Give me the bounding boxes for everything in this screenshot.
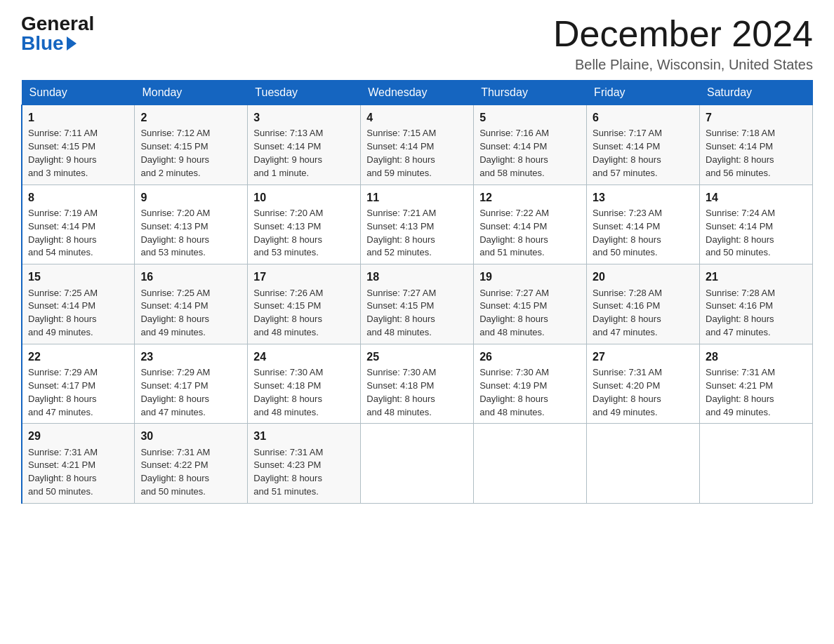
day-info: Sunrise: 7:11 AMSunset: 4:15 PMDaylight:… (28, 128, 98, 178)
calendar-cell: 16Sunrise: 7:25 AMSunset: 4:14 PMDayligh… (135, 264, 248, 344)
day-number: 25 (366, 349, 468, 365)
logo: General Blue (21, 14, 94, 53)
calendar-cell: 9Sunrise: 7:20 AMSunset: 4:13 PMDaylight… (135, 185, 248, 264)
calendar-table: SundayMondayTuesdayWednesdayThursdayFrid… (21, 80, 813, 504)
column-header-tuesday: Tuesday (248, 81, 361, 105)
column-header-wednesday: Wednesday (361, 81, 474, 105)
day-number: 6 (593, 109, 694, 126)
page-header: General Blue December 2024 Belle Plaine,… (21, 14, 813, 73)
day-info: Sunrise: 7:22 AMSunset: 4:14 PMDaylight:… (479, 208, 549, 258)
calendar-cell: 28Sunrise: 7:31 AMSunset: 4:21 PMDayligh… (700, 344, 813, 424)
day-info: Sunrise: 7:18 AMSunset: 4:14 PMDaylight:… (706, 128, 775, 178)
calendar-cell: 6Sunrise: 7:17 AMSunset: 4:14 PMDaylight… (587, 105, 700, 185)
day-info: Sunrise: 7:30 AMSunset: 4:19 PMDaylight:… (479, 367, 549, 417)
calendar-cell (700, 424, 813, 504)
day-info: Sunrise: 7:28 AMSunset: 4:16 PMDaylight:… (593, 288, 662, 338)
day-info: Sunrise: 7:31 AMSunset: 4:21 PMDaylight:… (28, 447, 98, 497)
calendar-cell: 15Sunrise: 7:25 AMSunset: 4:14 PMDayligh… (22, 264, 135, 344)
day-number: 14 (706, 189, 807, 206)
day-info: Sunrise: 7:21 AMSunset: 4:13 PMDaylight:… (366, 208, 436, 258)
day-info: Sunrise: 7:15 AMSunset: 4:14 PMDaylight:… (366, 128, 436, 178)
day-info: Sunrise: 7:31 AMSunset: 4:23 PMDaylight:… (253, 447, 323, 497)
day-info: Sunrise: 7:20 AMSunset: 4:13 PMDaylight:… (140, 208, 210, 258)
day-info: Sunrise: 7:31 AMSunset: 4:20 PMDaylight:… (593, 367, 662, 417)
day-number: 13 (593, 189, 694, 206)
day-number: 12 (479, 189, 581, 206)
day-info: Sunrise: 7:24 AMSunset: 4:14 PMDaylight:… (706, 208, 775, 258)
day-info: Sunrise: 7:16 AMSunset: 4:14 PMDaylight:… (479, 128, 549, 178)
calendar-cell: 11Sunrise: 7:21 AMSunset: 4:13 PMDayligh… (361, 185, 474, 264)
day-info: Sunrise: 7:31 AMSunset: 4:22 PMDaylight:… (140, 447, 210, 497)
day-number: 18 (366, 269, 468, 285)
calendar-cell: 24Sunrise: 7:30 AMSunset: 4:18 PMDayligh… (248, 344, 361, 424)
day-number: 10 (253, 189, 355, 206)
day-number: 20 (593, 269, 694, 285)
calendar-cell: 10Sunrise: 7:20 AMSunset: 4:13 PMDayligh… (248, 185, 361, 264)
calendar-cell (361, 424, 474, 504)
calendar-cell: 13Sunrise: 7:23 AMSunset: 4:14 PMDayligh… (587, 185, 700, 264)
day-info: Sunrise: 7:25 AMSunset: 4:14 PMDaylight:… (28, 288, 98, 338)
calendar-cell: 4Sunrise: 7:15 AMSunset: 4:14 PMDaylight… (361, 105, 474, 185)
day-info: Sunrise: 7:26 AMSunset: 4:15 PMDaylight:… (253, 288, 323, 338)
calendar-cell: 20Sunrise: 7:28 AMSunset: 4:16 PMDayligh… (587, 264, 700, 344)
calendar-cell: 21Sunrise: 7:28 AMSunset: 4:16 PMDayligh… (700, 264, 813, 344)
logo-triangle-icon (67, 36, 77, 51)
column-header-monday: Monday (135, 81, 248, 105)
location-subtitle: Belle Plaine, Wisconsin, United States (553, 57, 813, 73)
calendar-cell: 25Sunrise: 7:30 AMSunset: 4:18 PMDayligh… (361, 344, 474, 424)
day-info: Sunrise: 7:27 AMSunset: 4:15 PMDaylight:… (366, 288, 436, 338)
calendar-cell (587, 424, 700, 504)
day-info: Sunrise: 7:29 AMSunset: 4:17 PMDaylight:… (140, 367, 210, 417)
calendar-cell: 5Sunrise: 7:16 AMSunset: 4:14 PMDaylight… (474, 105, 587, 185)
calendar-cell: 2Sunrise: 7:12 AMSunset: 4:15 PMDaylight… (135, 105, 248, 185)
day-number: 9 (140, 189, 241, 206)
column-header-saturday: Saturday (700, 81, 813, 105)
column-header-sunday: Sunday (22, 81, 135, 105)
day-number: 5 (479, 109, 581, 126)
day-number: 22 (28, 349, 128, 365)
day-number: 30 (140, 428, 241, 444)
calendar-cell: 31Sunrise: 7:31 AMSunset: 4:23 PMDayligh… (248, 424, 361, 504)
logo-blue-text: Blue (21, 34, 64, 53)
day-number: 1 (28, 109, 128, 126)
day-number: 28 (706, 349, 807, 365)
day-number: 15 (28, 269, 128, 285)
calendar-cell: 3Sunrise: 7:13 AMSunset: 4:14 PMDaylight… (248, 105, 361, 185)
day-info: Sunrise: 7:30 AMSunset: 4:18 PMDaylight:… (253, 367, 323, 417)
calendar-week-row: 15Sunrise: 7:25 AMSunset: 4:14 PMDayligh… (22, 264, 813, 344)
day-info: Sunrise: 7:25 AMSunset: 4:14 PMDaylight:… (140, 288, 210, 338)
day-info: Sunrise: 7:12 AMSunset: 4:15 PMDaylight:… (140, 128, 210, 178)
logo-general-text: General (21, 14, 94, 34)
day-number: 8 (28, 189, 128, 206)
day-number: 3 (253, 109, 355, 126)
day-info: Sunrise: 7:28 AMSunset: 4:16 PMDaylight:… (706, 288, 775, 338)
calendar-cell: 18Sunrise: 7:27 AMSunset: 4:15 PMDayligh… (361, 264, 474, 344)
calendar-cell: 14Sunrise: 7:24 AMSunset: 4:14 PMDayligh… (700, 185, 813, 264)
day-number: 19 (479, 269, 581, 285)
day-info: Sunrise: 7:17 AMSunset: 4:14 PMDaylight:… (593, 128, 662, 178)
day-info: Sunrise: 7:23 AMSunset: 4:14 PMDaylight:… (593, 208, 662, 258)
column-header-friday: Friday (587, 81, 700, 105)
day-number: 23 (140, 349, 241, 365)
calendar-cell: 12Sunrise: 7:22 AMSunset: 4:14 PMDayligh… (474, 185, 587, 264)
day-info: Sunrise: 7:20 AMSunset: 4:13 PMDaylight:… (253, 208, 323, 258)
calendar-cell: 30Sunrise: 7:31 AMSunset: 4:22 PMDayligh… (135, 424, 248, 504)
day-number: 29 (28, 428, 128, 444)
calendar-week-row: 1Sunrise: 7:11 AMSunset: 4:15 PMDaylight… (22, 105, 813, 185)
day-info: Sunrise: 7:27 AMSunset: 4:15 PMDaylight:… (479, 288, 549, 338)
calendar-cell: 26Sunrise: 7:30 AMSunset: 4:19 PMDayligh… (474, 344, 587, 424)
calendar-cell: 29Sunrise: 7:31 AMSunset: 4:21 PMDayligh… (22, 424, 135, 504)
calendar-cell: 27Sunrise: 7:31 AMSunset: 4:20 PMDayligh… (587, 344, 700, 424)
day-number: 11 (366, 189, 468, 206)
calendar-cell: 17Sunrise: 7:26 AMSunset: 4:15 PMDayligh… (248, 264, 361, 344)
calendar-week-row: 29Sunrise: 7:31 AMSunset: 4:21 PMDayligh… (22, 424, 813, 504)
day-info: Sunrise: 7:13 AMSunset: 4:14 PMDaylight:… (253, 128, 323, 178)
day-number: 7 (706, 109, 807, 126)
day-number: 26 (479, 349, 581, 365)
day-number: 17 (253, 269, 355, 285)
day-info: Sunrise: 7:19 AMSunset: 4:14 PMDaylight:… (28, 208, 98, 258)
day-info: Sunrise: 7:30 AMSunset: 4:18 PMDaylight:… (366, 367, 436, 417)
calendar-week-row: 22Sunrise: 7:29 AMSunset: 4:17 PMDayligh… (22, 344, 813, 424)
month-title: December 2024 (553, 14, 813, 54)
day-info: Sunrise: 7:31 AMSunset: 4:21 PMDaylight:… (706, 367, 775, 417)
